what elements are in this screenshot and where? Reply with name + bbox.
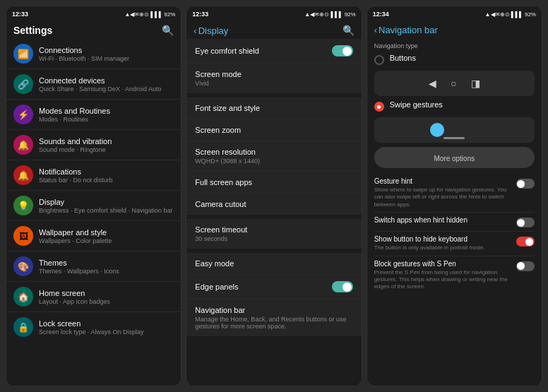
screen-mode-item[interactable]: Screen mode Vivid [186, 64, 361, 93]
switch-apps-knob [517, 219, 525, 227]
display-section-4: Easy mode Edge panels Navigation ba [186, 253, 361, 336]
easy-mode-item[interactable]: Easy mode [186, 253, 361, 275]
edge-panels-toggle[interactable] [332, 281, 353, 292]
modes-subtitle: Modes · Routines [39, 116, 174, 123]
home-icon: 🏠 [13, 287, 33, 307]
screen-resolution-subtitle: WQHD+ (3088 x 1440) [195, 158, 352, 165]
swipe-bar [443, 137, 465, 139]
status-time-1: 12:33 [12, 11, 28, 18]
font-size-item[interactable]: Font size and style [186, 97, 361, 119]
nav-section-label: Navigation type [374, 42, 535, 49]
settings-top-bar: Settings 🔍 [6, 20, 181, 39]
nav-top-bar: ‹ Navigation bar [367, 20, 542, 38]
settings-item-wallpaper[interactable]: 🖼 Wallpaper and style Wallpapers · Color… [6, 221, 181, 251]
themes-title: Themes [39, 259, 174, 267]
screen-mode-subtitle: Vivid [195, 80, 352, 87]
settings-item-connected-devices[interactable]: 🔗 Connected devices Quick Share · Samsun… [6, 69, 181, 100]
display-title: Display [39, 198, 174, 206]
wallpaper-subtitle: Wallpapers · Color palette [39, 237, 174, 244]
settings-title: Settings [13, 25, 52, 36]
display-list: Eye comfort shield Screen mode Vivid [186, 39, 361, 336]
camera-cutout-item[interactable]: Camera cutout [186, 194, 361, 215]
block-gestures-title: Block gestures with S Pen [374, 260, 511, 268]
status-icons-3: ▲◀✉⊕⊙ ▌▌▌ 92% [485, 11, 536, 18]
full-screen-item[interactable]: Full screen apps [186, 172, 361, 194]
show-button-toggle[interactable] [516, 237, 535, 247]
connected-devices-subtitle: Quick Share · Samsung DeX · Android Auto [39, 85, 174, 93]
connected-devices-icon: 🔗 [13, 74, 33, 94]
settings-item-lock[interactable]: 🔒 Lock screen Screen lock type · Always … [6, 312, 181, 342]
switch-apps-title: Switch apps when hint hidden [374, 216, 511, 224]
edge-panels-item[interactable]: Edge panels [186, 275, 361, 299]
gesture-hint-knob [517, 180, 525, 188]
home-title: Home screen [39, 289, 174, 297]
screen-timeout-title: Screen timeout [195, 225, 352, 234]
sounds-icon: 🔔 [13, 135, 33, 155]
show-button-title: Show button to hide keyboard [374, 235, 511, 243]
navigation-bar-subtitle: Manage the Home, Back, and Recents butto… [195, 316, 352, 330]
settings-item-connections[interactable]: 📶 Connections Wi-Fi · Bluetooth · SIM ma… [6, 39, 181, 69]
display-screen: 12:33 ▲◀✉⊕⊙ ▌▌▌ 92% ‹ Display 🔍 Eye comf… [186, 6, 362, 386]
block-gestures-item[interactable]: Block gestures with S Pen Prevent the S … [374, 256, 535, 295]
lock-icon: 🔒 [13, 317, 33, 337]
font-size-title: Font size and style [195, 104, 352, 112]
screen-zoom-item[interactable]: Screen zoom [186, 119, 361, 141]
settings-item-sounds[interactable]: 🔔 Sounds and vibration Sound mode · Ring… [6, 130, 181, 160]
nav-options-container: Navigation type Buttons ◀ ○ ◨ Swipe gest… [367, 38, 542, 299]
back-btn-icon: ◀ [429, 78, 436, 89]
swipe-radio[interactable] [374, 102, 384, 112]
wallpaper-icon: 🖼 [13, 226, 33, 246]
themes-subtitle: Themes · Wallpapers · Icons [39, 268, 174, 275]
eye-comfort-title: Eye comfort shield [195, 47, 331, 55]
display-search-icon[interactable]: 🔍 [342, 25, 355, 36]
sounds-subtitle: Sound mode · Ringtone [39, 146, 174, 153]
nav-back-button[interactable]: ‹ Navigation bar [374, 25, 438, 35]
block-gestures-knob [517, 262, 525, 270]
swipe-option[interactable]: Swipe gestures [374, 100, 535, 112]
display-section-2: Font size and style Screen zoom Screen r… [186, 97, 361, 215]
more-options-button[interactable]: More options [374, 147, 535, 168]
settings-item-notifications[interactable]: 🔔 Notifications Status bar · Do not dist… [6, 160, 181, 191]
settings-item-display[interactable]: 💡 Display Brightness · Eye comfort shiel… [6, 191, 181, 221]
display-back-button[interactable]: ‹ Display [193, 25, 228, 36]
eye-comfort-toggle[interactable] [332, 45, 353, 57]
switch-apps-item[interactable]: Switch apps when hint hidden [374, 213, 535, 232]
recents-btn-icon: ◨ [471, 78, 480, 89]
display-icon: 💡 [13, 196, 33, 215]
screen-resolution-title: Screen resolution [195, 148, 352, 156]
status-icons-2: ▲◀✉⊕⊙ ▌▌▌ 92% [304, 11, 355, 18]
switch-apps-toggle[interactable] [516, 218, 535, 227]
wallpaper-title: Wallpaper and style [39, 228, 174, 237]
swipe-indicator [430, 123, 444, 137]
settings-item-modes[interactable]: ⚡ Modes and Routines Modes · Routines [6, 100, 181, 130]
settings-item-home[interactable]: 🏠 Home screen Layout · App icon badges [6, 282, 181, 312]
more-options-label: More options [434, 155, 475, 162]
gesture-hint-toggle[interactable] [516, 179, 535, 189]
buttons-option[interactable]: Buttons [374, 54, 535, 65]
navigation-bar-screen: 12:34 ▲◀✉⊕⊙ ▌▌▌ 92% ‹ Navigation bar Nav… [367, 6, 542, 386]
buttons-radio[interactable] [374, 55, 384, 65]
connections-title: Connections [39, 46, 174, 54]
search-icon[interactable]: 🔍 [162, 25, 174, 36]
show-button-knob [525, 238, 533, 246]
display-content: Eye comfort shield Screen mode Vivid [186, 39, 361, 386]
screen-resolution-item[interactable]: Screen resolution WQHD+ (3088 x 1440) [186, 141, 361, 172]
lock-title: Lock screen [39, 319, 174, 328]
screen-mode-title: Screen mode [195, 70, 352, 78]
notifications-subtitle: Status bar · Do not disturb [39, 177, 174, 184]
screens-container: 12:33 ▲◀✉⊕⊙ ▌▌▌ 92% Settings 🔍 📶 Connect… [0, 0, 548, 392]
gesture-hint-desc: Show where to swipe up for navigation ge… [374, 186, 511, 208]
notifications-icon: 🔔 [13, 165, 33, 185]
settings-item-themes[interactable]: 🎨 Themes Themes · Wallpapers · Icons [6, 251, 181, 282]
status-bar-nav: 12:34 ▲◀✉⊕⊙ ▌▌▌ 92% [367, 6, 542, 20]
show-button-item[interactable]: Show button to hide keyboard The button … [374, 232, 535, 256]
eye-comfort-item[interactable]: Eye comfort shield [186, 39, 361, 64]
gesture-hint-item[interactable]: Gesture hint Show where to swipe up for … [374, 174, 535, 213]
block-gestures-toggle[interactable] [516, 261, 535, 271]
settings-screen: 12:33 ▲◀✉⊕⊙ ▌▌▌ 92% Settings 🔍 📶 Connect… [6, 6, 181, 386]
navigation-bar-item[interactable]: Navigation bar Manage the Home, Back, an… [186, 299, 361, 336]
screen-timeout-item[interactable]: Screen timeout 30 seconds [186, 219, 361, 249]
buttons-preview: ◀ ○ ◨ [374, 71, 535, 96]
block-gestures-desc: Prevent the S Pen from being used for na… [374, 269, 511, 291]
swipe-label: Swipe gestures [390, 100, 443, 109]
